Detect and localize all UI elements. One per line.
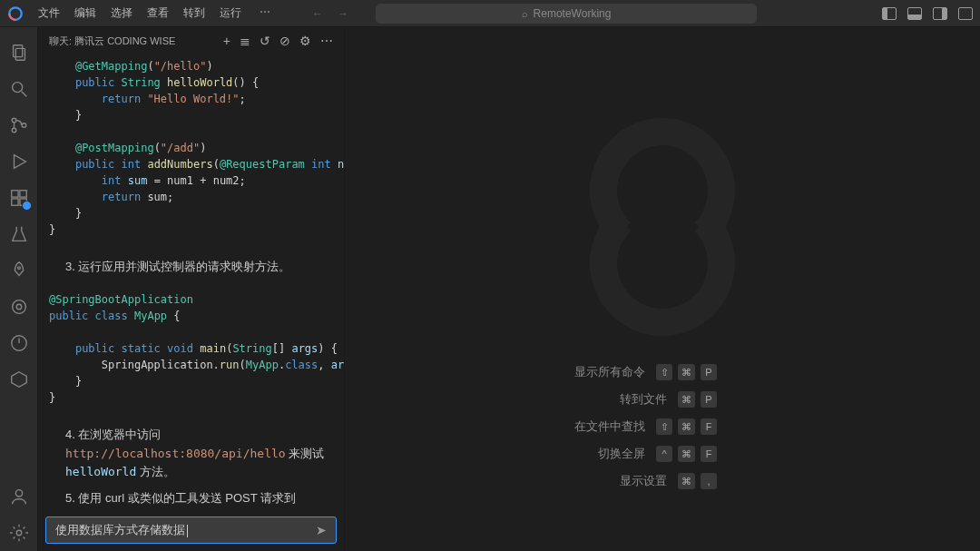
svg-marker-19 (11, 372, 26, 388)
shortcut-label: 切换全屏 (598, 446, 645, 462)
search-icon: ⌕ (522, 8, 528, 19)
code-block-controller: @GetMapping("/hello") public String hell… (42, 54, 340, 245)
search-icon[interactable] (0, 71, 38, 107)
svg-point-8 (22, 123, 26, 128)
shortcut-label: 在文件中查找 (574, 418, 645, 435)
menu-goto[interactable]: 转到 (178, 4, 211, 23)
chat-input-text: 使用数据库方式存储数据 (55, 522, 316, 538)
testing-icon[interactable] (0, 216, 38, 252)
svg-rect-12 (11, 199, 17, 205)
shortcut-row: 显示设置 ⌘, (345, 467, 980, 495)
watermark-logo-icon (554, 118, 771, 336)
accounts-icon[interactable] (0, 478, 38, 515)
svg-point-14 (17, 267, 20, 270)
explorer-icon[interactable] (0, 34, 38, 71)
chat-step-3: 运行应用并测试控制器的请求映射方法。 (42, 245, 340, 288)
nav-back-icon[interactable]: ← (312, 7, 323, 20)
shortcut-row: 显示所有命令 ⇧⌘P (345, 359, 980, 386)
menu-view[interactable]: 查看 (142, 4, 174, 23)
chat-input[interactable]: 使用数据库方式存储数据 ➤ (45, 517, 337, 544)
toggle-primary-sidebar-icon[interactable] (882, 7, 897, 20)
customize-layout-icon[interactable] (958, 7, 973, 20)
svg-marker-9 (14, 155, 25, 169)
toggle-panel-icon[interactable] (907, 7, 922, 20)
shortcut-label: 显示设置 (620, 473, 667, 489)
rocket-icon[interactable] (0, 252, 38, 289)
menu-edit[interactable]: 编辑 (69, 4, 102, 23)
chat-panel-header: 聊天: 腾讯云 CODING WISE + ≣ ↺ ⊘ ⚙ ⋯ (38, 27, 344, 54)
main-menu: 文件 编辑 选择 查看 转到 运行 ⋯ (33, 4, 276, 23)
menu-run[interactable]: 运行 (214, 4, 247, 23)
settings-gear-icon[interactable] (0, 515, 38, 551)
shortcut-row: 在文件中查找 ⇧⌘F (345, 413, 980, 440)
more-icon[interactable]: ⋯ (320, 34, 333, 48)
coding-wise-icon[interactable] (0, 361, 38, 398)
svg-point-4 (12, 83, 22, 93)
menu-more-icon[interactable]: ⋯ (254, 4, 276, 23)
menu-select[interactable]: 选择 (105, 4, 138, 23)
editor-area: 显示所有命令 ⇧⌘P 转到文件 ⌘P 在文件中查找 ⇧⌘F 切换全屏 ^⌘F 显… (345, 27, 980, 551)
chat-panel-title: 聊天: 腾讯云 CODING WISE (49, 34, 223, 48)
svg-rect-3 (15, 48, 24, 60)
remote-icon[interactable] (0, 289, 38, 325)
shortcut-label: 转到文件 (620, 391, 667, 408)
chat-input-row: 使用数据库方式存储数据 ➤ (38, 509, 344, 551)
chat-body: @GetMapping("/hello") public String hell… (38, 54, 344, 509)
svg-point-16 (16, 304, 22, 310)
svg-point-20 (15, 490, 22, 497)
code-block-app: @SpringBootApplication public class MyAp… (42, 288, 340, 413)
svg-point-6 (12, 118, 16, 123)
chat-settings-icon[interactable]: ⚙ (299, 34, 311, 48)
shortcut-row: 转到文件 ⌘P (345, 386, 980, 413)
history-icon[interactable]: ↺ (260, 34, 270, 48)
send-icon[interactable]: ➤ (316, 523, 327, 537)
run-debug-icon[interactable] (0, 143, 38, 180)
toggle-secondary-sidebar-icon[interactable] (933, 7, 947, 20)
new-chat-icon[interactable]: + (223, 34, 230, 48)
block-icon[interactable]: ⊘ (279, 34, 290, 48)
nav-forward-icon[interactable]: → (338, 7, 348, 20)
nav-arrows: ← → (312, 7, 348, 20)
chat-steps-4-5: 在浏览器中访问http://localhost:8080/api/hello 来… (42, 413, 340, 509)
chat-panel: 聊天: 腾讯云 CODING WISE + ≣ ↺ ⊘ ⚙ ⋯ @GetMapp… (38, 27, 345, 551)
svg-rect-10 (11, 191, 17, 197)
command-center-text: RemoteWorking (534, 7, 612, 20)
list-icon[interactable]: ≣ (240, 34, 250, 48)
app-logo-icon (7, 5, 24, 22)
shortcut-row: 切换全屏 ^⌘F (345, 440, 980, 467)
svg-point-7 (12, 128, 16, 133)
menu-file[interactable]: 文件 (33, 4, 65, 23)
source-control-icon[interactable] (0, 107, 38, 143)
welcome-shortcuts: 显示所有命令 ⇧⌘P 转到文件 ⌘P 在文件中查找 ⇧⌘F 切换全屏 ^⌘F 显… (345, 359, 980, 495)
svg-rect-11 (19, 191, 25, 197)
svg-rect-13 (19, 199, 25, 205)
shortcut-label: 显示所有命令 (574, 364, 645, 380)
svg-line-5 (21, 92, 26, 97)
extensions-icon[interactable] (0, 180, 38, 216)
activity-bar (0, 27, 38, 551)
svg-point-15 (12, 300, 25, 314)
layout-controls (882, 7, 973, 20)
svg-point-21 (16, 530, 22, 536)
title-bar: 文件 编辑 选择 查看 转到 运行 ⋯ ← → ⌕ RemoteWorking (0, 0, 980, 27)
command-center[interactable]: ⌕ RemoteWorking (376, 4, 757, 24)
power-icon[interactable] (0, 325, 38, 361)
svg-rect-2 (13, 45, 22, 57)
